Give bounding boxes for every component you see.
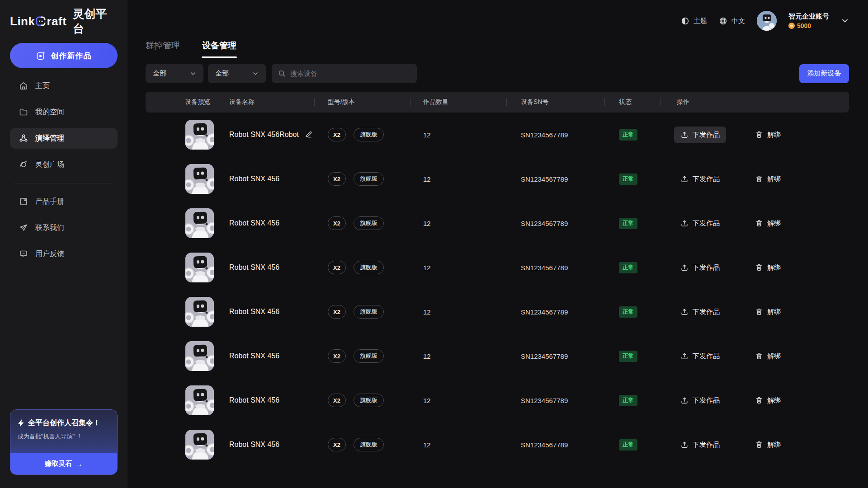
brand-platform-name: 灵创平台: [73, 6, 118, 36]
works-count: 12: [410, 352, 506, 360]
deploy-work-button[interactable]: 下发作品: [674, 259, 726, 276]
account-avatar[interactable]: [757, 11, 777, 31]
trash-unbind-icon: [755, 308, 763, 316]
status-badge: 正常: [619, 395, 637, 406]
chevron-down-icon[interactable]: [841, 17, 849, 25]
device-name: Robot SNX 456: [229, 396, 279, 404]
account-name: 智元企业账号: [788, 12, 829, 21]
language-switcher[interactable]: 中文: [719, 17, 745, 25]
device-sn: SN1234567789: [506, 131, 604, 139]
sidebar-item-contact-us[interactable]: 联系我们: [10, 217, 118, 238]
add-device-button[interactable]: 添加新设备: [799, 64, 849, 83]
search-input[interactable]: [290, 70, 410, 77]
folder-icon: [19, 108, 28, 117]
upload-icon: [680, 352, 689, 360]
sidebar-item-my-space[interactable]: 我的空间: [10, 102, 118, 122]
brand-name-left: Link: [10, 14, 35, 28]
deploy-work-button[interactable]: 下发作品: [674, 348, 726, 365]
table-body: Robot SNX 456Robot X2 旗舰版 12 SN123456778…: [146, 113, 849, 467]
works-count: 12: [410, 220, 506, 227]
sidebar-item-label: 用户反馈: [35, 249, 64, 259]
unbind-button[interactable]: 解绑: [755, 308, 781, 316]
sidebar-nav-secondary: 产品手册 联系我们 用户反馈: [10, 191, 118, 264]
device-name: Robot SNX 456: [229, 219, 279, 227]
unbind-label: 解绑: [767, 263, 781, 272]
model-badge: X2: [328, 349, 346, 363]
unbind-label: 解绑: [767, 308, 781, 316]
topbar: 主题 中文 智元企业账号: [681, 9, 849, 33]
create-new-work-button[interactable]: 创作新作品: [10, 43, 118, 68]
theme-label: 主题: [693, 17, 707, 25]
brand-wordmark: Link raft: [10, 14, 66, 28]
management-tabs: 群控管理 设备管理: [146, 40, 849, 58]
edit-icon[interactable]: [304, 131, 313, 139]
sidebar-item-lingchuang-plaza[interactable]: 灵创广场: [10, 154, 118, 175]
nodes-icon: [19, 134, 28, 143]
model-badge: X2: [328, 216, 346, 230]
sidebar-item-user-feedback[interactable]: 用户反馈: [10, 244, 118, 264]
works-count: 12: [410, 441, 506, 449]
unbind-button[interactable]: 解绑: [755, 396, 781, 405]
deploy-work-button[interactable]: 下发作品: [674, 436, 726, 453]
sidebar-item-label: 产品手册: [35, 197, 64, 206]
table-row: Robot SNX 456 X2 旗舰版 12 SN1234567789 正常: [146, 157, 849, 201]
earn-lingshi-button[interactable]: 赚取灵石 →: [10, 453, 117, 474]
version-badge: 旗舰版: [354, 172, 384, 186]
sidebar-nav-primary: 主页 我的空间 演绎管理: [10, 75, 118, 175]
unbind-button[interactable]: 解绑: [755, 131, 781, 139]
unbind-button[interactable]: 解绑: [755, 441, 781, 449]
sidebar-item-performance-management[interactable]: 演绎管理: [10, 128, 118, 149]
sidebar: Link raft 灵创平台 创作新作品: [0, 0, 127, 488]
version-badge: 旗舰版: [354, 394, 384, 407]
deploy-work-button[interactable]: 下发作品: [674, 304, 726, 320]
model-badge: X2: [328, 394, 346, 407]
brand-robot-c-icon: [35, 16, 46, 27]
trash-unbind-icon: [755, 131, 763, 139]
unbind-button[interactable]: 解绑: [755, 219, 781, 228]
sidebar-item-home[interactable]: 主页: [10, 75, 118, 96]
deploy-work-button[interactable]: 下发作品: [674, 215, 726, 232]
model-badge: X2: [328, 128, 346, 141]
unbind-label: 解绑: [767, 131, 781, 139]
works-count: 12: [410, 175, 506, 183]
model-badge: X2: [328, 172, 346, 186]
filter-select-2-value: 全部: [215, 69, 229, 78]
theme-toggle[interactable]: 主题: [681, 17, 707, 25]
trash-unbind-icon: [755, 352, 763, 360]
column-header-preview: 设备预览: [146, 98, 210, 106]
device-thumbnail: [185, 164, 214, 194]
account-info[interactable]: 智元企业账号 5000: [788, 12, 829, 29]
filter-select-1[interactable]: 全部: [146, 64, 203, 83]
upload-icon: [680, 441, 689, 449]
filter-select-2[interactable]: 全部: [208, 64, 266, 83]
filter-select-1-value: 全部: [153, 69, 166, 78]
sidebar-item-product-manual[interactable]: 产品手册: [10, 191, 118, 212]
unbind-button[interactable]: 解绑: [755, 175, 781, 183]
status-badge: 正常: [619, 174, 637, 185]
unbind-button[interactable]: 解绑: [755, 263, 781, 272]
tab-group-control[interactable]: 群控管理: [146, 40, 180, 58]
sidebar-item-label: 联系我们: [35, 223, 64, 233]
deploy-work-button[interactable]: 下发作品: [674, 392, 726, 409]
trash-unbind-icon: [755, 396, 763, 404]
chevron-down-icon: [252, 70, 259, 77]
deploy-work-label: 下发作品: [693, 441, 720, 449]
deploy-work-label: 下发作品: [693, 175, 720, 183]
deploy-work-button[interactable]: 下发作品: [674, 127, 726, 143]
column-header-name: 设备名称: [214, 98, 255, 106]
version-badge: 旗舰版: [354, 438, 384, 451]
unbind-button[interactable]: 解绑: [755, 352, 781, 361]
device-table: 设备预览 设备名称 型号/版本 作品数量 设备SN号 状态 操作: [146, 92, 849, 467]
version-badge: 旗舰版: [354, 216, 384, 230]
table-row: Robot SNX 456 X2 旗舰版 12 SN1234567789 正常: [146, 334, 849, 378]
home-icon: [19, 81, 28, 90]
create-new-work-label: 创作新作品: [51, 51, 92, 61]
device-sn: SN1234567789: [506, 441, 604, 449]
tab-device-management[interactable]: 设备管理: [202, 40, 236, 58]
deploy-work-button[interactable]: 下发作品: [674, 171, 726, 188]
chevron-down-icon: [190, 70, 196, 77]
deploy-work-label: 下发作品: [693, 396, 720, 405]
status-badge: 正常: [619, 439, 637, 450]
deploy-work-label: 下发作品: [693, 352, 720, 361]
version-badge: 旗舰版: [354, 261, 384, 274]
